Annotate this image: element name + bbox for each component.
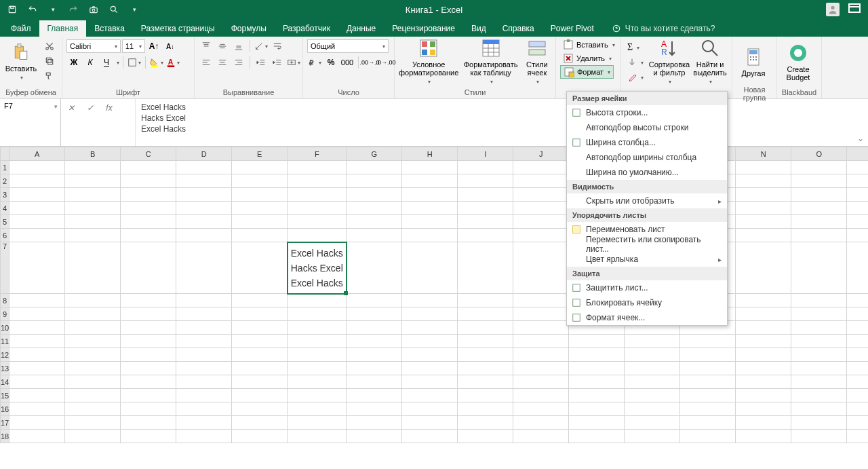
row-header[interactable]: 18 [1, 430, 9, 443]
cell[interactable] [791, 375, 847, 389]
cell[interactable] [680, 335, 736, 348]
cell[interactable] [791, 402, 847, 416]
tab-power-pivot[interactable]: Power Pivot [542, 20, 602, 37]
tab-developer[interactable]: Разработчик [275, 20, 338, 37]
cell[interactable] [288, 389, 347, 402]
row-header[interactable]: 6 [1, 229, 9, 242]
cell[interactable] [847, 307, 868, 321]
column-header[interactable]: C [121, 147, 176, 161]
cell[interactable] [402, 229, 458, 242]
menu-item[interactable]: Формат ячеек... [567, 310, 727, 325]
cell[interactable] [65, 215, 121, 229]
cell[interactable] [288, 430, 347, 443]
cell[interactable] [176, 161, 232, 174]
tab-view[interactable]: Вид [463, 20, 494, 37]
cell[interactable] [736, 416, 791, 430]
cell[interactable] [9, 307, 65, 321]
cell[interactable] [232, 242, 288, 294]
cell[interactable] [347, 362, 402, 375]
cell[interactable] [513, 321, 569, 335]
increase-font-button[interactable]: A↑ [146, 39, 161, 53]
cell[interactable] [347, 174, 402, 188]
menu-item[interactable]: Скрыть или отобразить▸ [567, 193, 727, 208]
cell[interactable] [9, 348, 65, 362]
cell[interactable] [847, 402, 868, 416]
column-header[interactable]: E [232, 147, 288, 161]
cell[interactable] [791, 242, 847, 294]
cell[interactable] [402, 242, 458, 294]
cell[interactable] [121, 242, 176, 294]
tab-data[interactable]: Данные [338, 20, 384, 37]
cell[interactable] [347, 348, 402, 362]
cell[interactable] [458, 229, 513, 242]
cell[interactable] [847, 161, 868, 174]
cell[interactable] [347, 202, 402, 215]
column-header[interactable]: N [736, 147, 791, 161]
undo-icon[interactable] [24, 2, 41, 17]
cell[interactable] [232, 321, 288, 335]
cell[interactable] [791, 215, 847, 229]
cell[interactable] [288, 161, 347, 174]
row-header[interactable]: 17 [1, 416, 9, 430]
insert-cells-button[interactable]: Вставить▾ [560, 38, 618, 52]
menu-item[interactable]: Цвет ярлычка▸ [567, 252, 727, 267]
tab-formulas[interactable]: Формулы [223, 20, 275, 37]
cell[interactable] [288, 188, 347, 202]
cell[interactable] [288, 202, 347, 215]
cell[interactable] [402, 335, 458, 348]
cell[interactable] [9, 215, 65, 229]
cell[interactable] [458, 430, 513, 443]
align-top-button[interactable] [199, 39, 214, 53]
cell[interactable] [569, 389, 625, 402]
cell[interactable] [288, 307, 347, 321]
orientation-button[interactable]: ▾ [254, 39, 269, 53]
cell-styles-button[interactable]: Стили ячеек▾ [523, 39, 551, 84]
row-header[interactable]: 8 [1, 294, 9, 307]
cell[interactable] [347, 229, 402, 242]
select-all-corner[interactable] [1, 147, 9, 161]
cell[interactable] [9, 294, 65, 307]
row-header[interactable]: 5 [1, 215, 9, 229]
cell[interactable] [791, 294, 847, 307]
decrease-font-button[interactable]: A↓ [163, 39, 178, 53]
redo-icon[interactable] [65, 2, 81, 17]
cell[interactable] [791, 188, 847, 202]
row-header[interactable]: 1 [1, 161, 9, 174]
cell[interactable] [232, 348, 288, 362]
cell[interactable] [791, 174, 847, 188]
decrease-indent-button[interactable] [254, 56, 269, 69]
cell[interactable] [458, 242, 513, 294]
cell[interactable] [232, 215, 288, 229]
cell[interactable] [736, 430, 791, 443]
cell[interactable] [569, 375, 625, 389]
cell[interactable] [513, 229, 569, 242]
cell[interactable] [513, 416, 569, 430]
cell[interactable] [288, 375, 347, 389]
cell[interactable] [847, 242, 868, 294]
cell[interactable] [121, 416, 176, 430]
cell[interactable] [121, 362, 176, 375]
cell[interactable] [9, 188, 65, 202]
cell[interactable] [847, 174, 868, 188]
cell[interactable] [176, 416, 232, 430]
cell[interactable] [791, 348, 847, 362]
row-header[interactable]: 15 [1, 389, 9, 402]
cell[interactable] [791, 335, 847, 348]
cell[interactable] [736, 188, 791, 202]
cell[interactable] [232, 416, 288, 430]
cell[interactable] [176, 242, 232, 294]
cell[interactable] [9, 389, 65, 402]
cell[interactable] [288, 215, 347, 229]
cell[interactable] [65, 242, 121, 294]
name-box[interactable]: F7▾ [0, 99, 61, 146]
cell[interactable] [288, 362, 347, 375]
cell[interactable] [402, 202, 458, 215]
fill-button[interactable]: ▾ [625, 56, 646, 69]
worksheet-grid[interactable]: ABCDEFGHIJKLMNOPQ 1234567Excel Hacks Hac… [0, 147, 868, 469]
increase-decimal-button[interactable]: .00→.0 [362, 56, 377, 69]
cell[interactable] [736, 161, 791, 174]
row-header[interactable]: 7 [1, 242, 9, 294]
align-middle-button[interactable] [215, 39, 230, 53]
cell[interactable] [458, 161, 513, 174]
cell[interactable] [791, 161, 847, 174]
